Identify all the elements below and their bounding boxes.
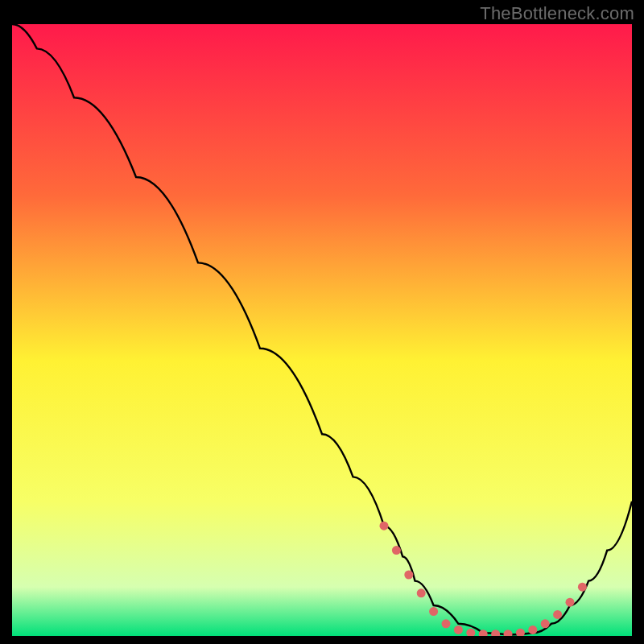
chart-marker-dot xyxy=(442,619,451,628)
chart-marker-dot xyxy=(392,546,401,555)
chart-marker-dot xyxy=(454,625,463,634)
chart-marker-dot xyxy=(429,607,438,616)
chart-marker-dot xyxy=(417,588,426,597)
chart-marker-dot xyxy=(528,625,537,634)
chart-marker-dot xyxy=(553,610,562,619)
chart-marker-dot xyxy=(404,571,413,580)
watermark-label: TheBottleneck.com xyxy=(480,3,634,24)
chart-background xyxy=(12,24,632,636)
bottleneck-chart xyxy=(12,24,632,636)
chart-marker-dot xyxy=(380,522,389,530)
chart-stage: TheBottleneck.com xyxy=(0,0,644,644)
chart-marker-dot xyxy=(578,583,587,592)
chart-marker-dot xyxy=(541,619,550,628)
chart-marker-dot xyxy=(566,598,575,607)
